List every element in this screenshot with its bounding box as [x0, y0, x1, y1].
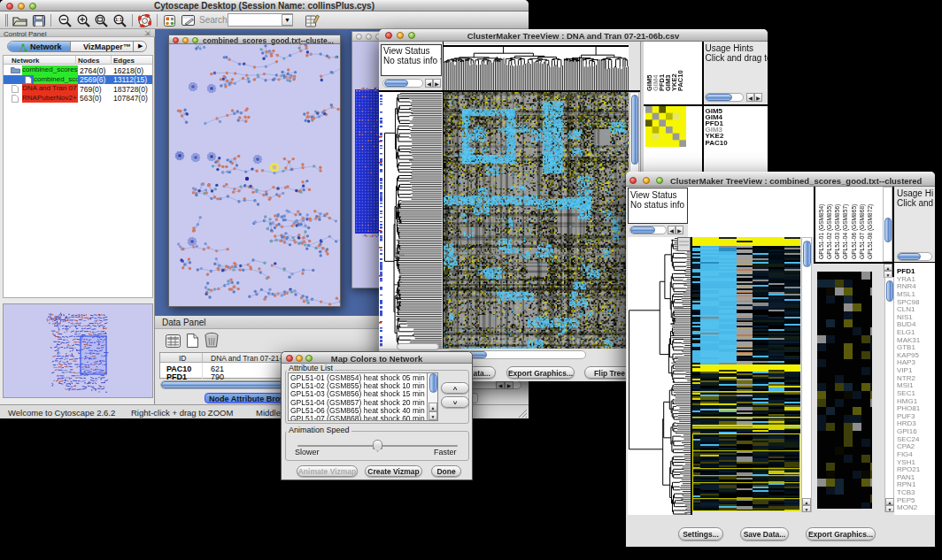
svg-text:1:1: 1:1 — [115, 17, 122, 22]
